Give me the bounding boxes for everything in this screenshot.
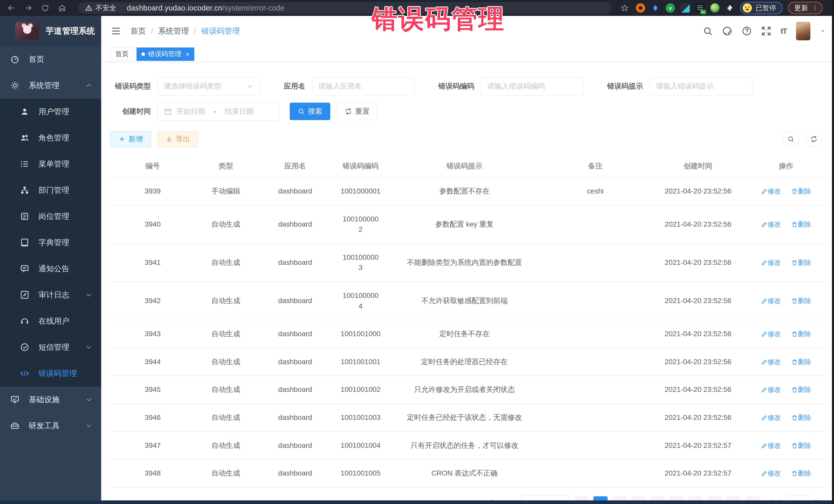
edit-link[interactable]: 修改 (761, 469, 781, 477)
sidebar-item-user-mgmt[interactable]: 用户管理 (0, 98, 101, 125)
tab-error-code[interactable]: 错误码管理 × (136, 47, 194, 61)
extension-on-badge: on (700, 9, 706, 14)
reset-button[interactable]: 重置 (337, 103, 377, 120)
app-logo-image (15, 22, 39, 40)
browser-menu-dots-icon[interactable] (812, 5, 818, 11)
toggle-search-button[interactable] (783, 131, 799, 147)
delete-link[interactable]: 删除 (791, 469, 811, 477)
edit-link[interactable]: 修改 (761, 358, 781, 366)
edit-link[interactable]: 修改 (761, 259, 781, 266)
font-size-icon[interactable]: tT (781, 27, 787, 36)
help-icon[interactable] (742, 26, 752, 36)
delete-link[interactable]: 删除 (791, 386, 811, 393)
sidebar-item-dev-tools[interactable]: 研发工具 (0, 413, 101, 439)
refresh-table-button[interactable] (806, 131, 822, 147)
header-search-icon[interactable] (703, 26, 713, 36)
edit-link[interactable]: 修改 (761, 386, 781, 393)
extension-green-icon[interactable]: v (666, 3, 675, 13)
error-type-select[interactable]: 请选择错误码类型 (158, 77, 260, 95)
cell-app: dashboard (257, 243, 334, 282)
trash-icon (791, 359, 798, 366)
breadcrumb-system[interactable]: 系统管理 (158, 26, 189, 37)
download-icon (166, 135, 173, 143)
trash-icon (791, 470, 798, 477)
bookmark-star-icon[interactable] (619, 2, 630, 14)
export-button[interactable]: 导出 (158, 131, 198, 147)
extensions-puzzle-icon[interactable] (725, 3, 734, 13)
edit-link[interactable]: 修改 (761, 187, 781, 195)
close-tab-icon[interactable]: × (185, 51, 190, 58)
sidebar-item-dept-mgmt[interactable]: 部门管理 (0, 177, 101, 203)
delete-link[interactable]: 删除 (791, 414, 811, 421)
browser-back-button[interactable] (6, 2, 17, 14)
user-avatar[interactable] (796, 22, 810, 40)
browser-home-button[interactable] (57, 2, 68, 14)
cell-code: 1001000001 (334, 177, 388, 205)
chevron-down-icon (85, 291, 92, 299)
cell-id: 3946 (110, 404, 195, 432)
edit-link[interactable]: 修改 (761, 330, 781, 338)
extension-orange-icon[interactable] (636, 3, 645, 13)
app-title: 芋道管理系统 (46, 25, 95, 37)
address-bar[interactable]: 不安全 dashboard.yudao.iocoder.cn/system/er… (78, 2, 612, 14)
delete-link[interactable]: 删除 (791, 442, 811, 450)
sidebar-item-sms-mgmt[interactable]: 短信管理 (0, 334, 101, 360)
sidebar-item-online-users[interactable]: 在线用户 (0, 308, 101, 334)
sidebar-item-post-mgmt[interactable]: 岗位管理 (0, 203, 101, 229)
sidebar-item-dict-mgmt[interactable]: 字典管理 (0, 229, 101, 256)
github-icon[interactable] (722, 26, 732, 36)
sidebar-item-infrastructure[interactable]: 基础设施 (0, 387, 101, 413)
paused-label: 已暂停 (755, 3, 776, 13)
refresh-icon (345, 108, 352, 115)
fullscreen-icon[interactable] (761, 26, 771, 36)
collapse-sidebar-icon[interactable] (110, 25, 122, 37)
update-label: 更新 (794, 3, 808, 13)
cell-remark (542, 320, 649, 348)
app-logo-row[interactable]: 芋道管理系统 (0, 16, 101, 46)
calendar-icon (164, 108, 172, 115)
caret-down-icon[interactable] (820, 28, 826, 35)
profile-paused-badge[interactable]: 已暂停 (740, 2, 783, 14)
sidebar-item-notice[interactable]: 通知公告 (0, 256, 101, 282)
edit-link[interactable]: 修改 (761, 442, 781, 450)
delete-link[interactable]: 删除 (791, 330, 811, 338)
delete-link[interactable]: 删除 (791, 187, 811, 195)
browser-update-button[interactable]: 更新 (788, 2, 822, 14)
browser-reload-button[interactable] (40, 2, 51, 14)
delete-link[interactable]: 删除 (791, 259, 811, 266)
error-hint-input[interactable] (656, 82, 746, 90)
error-code-input[interactable] (487, 82, 577, 90)
error-hint-label: 错误码提示 (607, 81, 643, 91)
browser-forward-button[interactable] (23, 2, 34, 14)
security-chip[interactable]: 不安全 (85, 3, 116, 13)
search-button[interactable]: 搜索 (290, 103, 330, 120)
edit-link[interactable]: 修改 (761, 414, 781, 421)
extension-tiles-icon[interactable] (681, 3, 690, 13)
app-name-input[interactable] (319, 82, 408, 90)
extension-frog-icon[interactable] (710, 3, 720, 13)
sidebar-item-role-mgmt[interactable]: 角色管理 (0, 125, 101, 151)
date-range-picker[interactable]: 开始日期 - 结束日期 (158, 102, 280, 120)
refresh-icon (810, 135, 817, 143)
add-button[interactable]: 新增 (110, 131, 151, 147)
breadcrumb-home[interactable]: 首页 (130, 26, 146, 37)
chevron-down-icon (85, 422, 92, 429)
sidebar-item-home[interactable]: 首页 (0, 46, 101, 72)
sidebar-item-audit-log[interactable]: 审计日志 (0, 282, 101, 308)
cell-id: 3943 (110, 320, 195, 348)
delete-link[interactable]: 删除 (791, 297, 811, 305)
extension-gem-icon[interactable] (651, 3, 660, 13)
cell-app: dashboard (257, 404, 334, 432)
sidebar-item-system[interactable]: 系统管理 (0, 72, 101, 98)
sidebar-item-error-code[interactable]: 错误码管理 (0, 360, 101, 387)
edit-link[interactable]: 修改 (761, 297, 781, 305)
top-header: 首页 / 系统管理 / 错误码管理 tT (102, 16, 834, 46)
edit-link[interactable]: 修改 (761, 220, 781, 228)
tab-home[interactable]: 首页 (110, 47, 133, 61)
cell-remark (542, 243, 649, 282)
cell-hint: 参数配置 key 重复 (388, 205, 542, 243)
sidebar-item-menu-mgmt[interactable]: 菜单管理 (0, 151, 101, 177)
delete-link[interactable]: 删除 (791, 358, 811, 366)
extension-list-icon[interactable]: on (696, 3, 705, 13)
delete-link[interactable]: 删除 (791, 220, 811, 228)
